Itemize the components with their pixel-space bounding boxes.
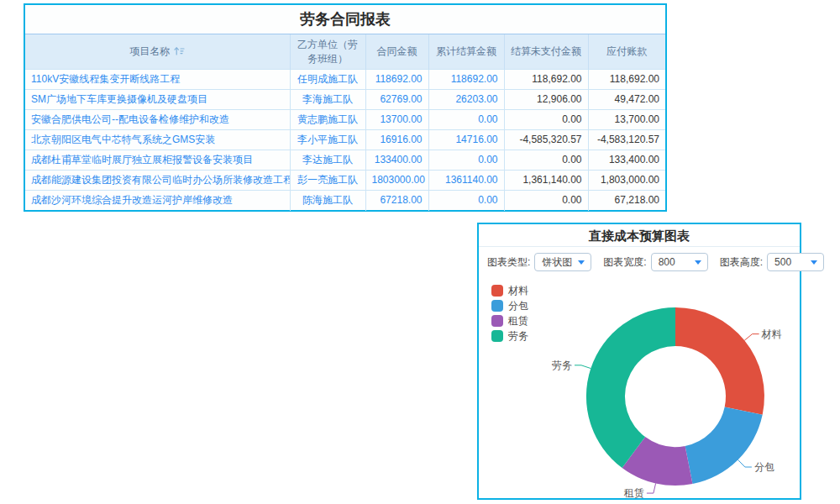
cell-payable-amount: 118,692.00 — [588, 70, 665, 90]
pie-slice-labor[interactable] — [586, 307, 675, 468]
column-header-label: 累计结算金额 — [436, 45, 496, 57]
legend-swatch — [491, 330, 503, 342]
cell-contract-amount: 1803000.00 — [365, 171, 428, 191]
column-header-label: 结算未支付金额 — [511, 45, 581, 57]
table-row: 北京朝阳区电气中芯特气系统之GMS安装李小平施工队16916.0014716.0… — [25, 130, 665, 150]
chart-type-select[interactable]: 饼状图 — [534, 253, 591, 271]
chart-controls: 图表类型: 饼状图 图表宽度: 800 图表高度: 500 — [487, 252, 824, 272]
column-header-settled-amount: 累计结算金额 — [428, 34, 504, 70]
table-row: 成都沙河环境综合提升改造运河护岸维修改造陈海施工队67218.000.000.0… — [25, 191, 665, 211]
cell-contractor-team: 任明成施工队 — [290, 70, 365, 90]
legend-item-lease[interactable]: 租赁 — [491, 313, 528, 328]
cell-unpaid-settlement: 1,361,140.00 — [504, 171, 588, 191]
cell-contractor-team: 黄志鹏施工队 — [290, 110, 365, 130]
table-header-row: 项目名称乙方单位（劳务班组）合同金额累计结算金额结算未支付金额应付账款 — [25, 34, 665, 70]
column-header-contract-amount: 合同金额 — [365, 34, 428, 70]
direct-cost-chart-panel: 直接成本预算图表 图表类型: 饼状图 图表宽度: 800 图表高度: 500 材… — [477, 223, 801, 500]
cell-contract-amount: 118692.00 — [365, 70, 428, 90]
sort-icon[interactable] — [174, 46, 185, 55]
cell-contractor-team: 彭一亮施工队 — [290, 171, 365, 191]
cell-contract-amount: 133400.00 — [365, 150, 428, 171]
cell-unpaid-settlement: 0.00 — [504, 150, 588, 171]
column-header-project-name[interactable]: 项目名称 — [25, 34, 290, 70]
legend-label: 分包 — [508, 299, 528, 313]
chart-height-select[interactable]: 500 — [767, 253, 824, 271]
legend-swatch — [491, 315, 503, 327]
column-header-payable-amount: 应付账款 — [588, 34, 665, 70]
cell-settled-amount: 0.00 — [428, 110, 504, 130]
column-header-label: 应付账款 — [606, 45, 647, 57]
cell-project-name[interactable]: 成都杜甫草堂临时展厅独立展柜报警设备安装项目 — [25, 150, 290, 171]
chart-legend: 材料分包租赁劳务 — [491, 283, 528, 344]
legend-item-material[interactable]: 材料 — [491, 283, 528, 298]
report-title: 劳务合同报表 — [25, 5, 665, 34]
cell-contract-amount: 16916.00 — [365, 130, 428, 150]
cell-contractor-team: 陈海施工队 — [290, 191, 365, 211]
cell-project-name[interactable]: 成都能源建设集团投资有限公司临时办公场所装修改造工程EPC — [25, 171, 290, 191]
pie-label-material: 材料 — [761, 328, 782, 340]
column-header-contractor-team: 乙方单位（劳务班组） — [290, 34, 365, 70]
chevron-down-icon — [578, 260, 585, 265]
cell-unpaid-settlement: 118,692.00 — [504, 70, 588, 90]
pie-label-line — [738, 459, 752, 467]
chart-width-label: 图表宽度: — [603, 255, 646, 270]
table-row: 成都能源建设集团投资有限公司临时办公场所装修改造工程EPC彭一亮施工队18030… — [25, 171, 665, 191]
chart-width-value: 800 — [659, 256, 675, 268]
pie-label-labor: 劳务 — [552, 360, 572, 371]
column-header-unpaid-settlement: 结算未支付金额 — [504, 34, 588, 70]
labor-contract-report-panel: 劳务合同报表 项目名称乙方单位（劳务班组）合同金额累计结算金额结算未支付金额应付… — [24, 3, 667, 212]
cell-unpaid-settlement: 0.00 — [504, 110, 588, 130]
legend-swatch — [491, 285, 503, 297]
table-row: 成都杜甫草堂临时展厅独立展柜报警设备安装项目李达施工队133400.000.00… — [25, 150, 665, 171]
pie-label-subcontract: 分包 — [754, 461, 774, 473]
column-header-label: 合同金额 — [377, 45, 417, 57]
cell-unpaid-settlement: -4,585,320.57 — [504, 130, 588, 150]
cell-payable-amount: 67,218.00 — [588, 191, 665, 211]
cell-project-name[interactable]: 110kV安徽线程集变开断线路工程 — [25, 70, 290, 90]
cell-project-name[interactable]: 北京朝阳区电气中芯特气系统之GMS安装 — [25, 130, 290, 150]
cell-project-name[interactable]: 安徽合肥供电公司--配电设备检修维护和改造 — [25, 110, 290, 130]
cell-unpaid-settlement: 12,906.00 — [504, 90, 588, 110]
cell-contract-amount: 13700.00 — [365, 110, 428, 130]
cell-project-name[interactable]: SM广场地下车库更换摄像机及硬盘项目 — [25, 90, 290, 110]
chart-height-value: 500 — [774, 256, 791, 268]
pie-label-line — [575, 365, 591, 369]
table-row: SM广场地下车库更换摄像机及硬盘项目李海施工队62769.0026203.001… — [25, 90, 665, 110]
cell-settled-amount: 0.00 — [428, 150, 504, 171]
chevron-down-icon — [695, 260, 701, 265]
cell-settled-amount: 0.00 — [428, 191, 504, 211]
labor-contract-table: 项目名称乙方单位（劳务班组）合同金额累计结算金额结算未支付金额应付账款 110k… — [25, 34, 665, 211]
cell-settled-amount: 26203.00 — [428, 90, 504, 110]
cell-contractor-team: 李达施工队 — [290, 150, 365, 171]
chart-height-label: 图表高度: — [720, 255, 763, 270]
cell-project-name[interactable]: 成都沙河环境综合提升改造运河护岸维修改造 — [25, 191, 290, 211]
chart-type-label: 图表类型: — [487, 255, 530, 270]
table-row: 安徽合肥供电公司--配电设备检修维护和改造黄志鹏施工队13700.000.000… — [25, 110, 665, 130]
cell-payable-amount: 49,472.00 — [588, 90, 665, 110]
cell-payable-amount: 1,803,000.00 — [588, 171, 665, 191]
cell-contractor-team: 李小平施工队 — [290, 130, 365, 150]
legend-item-subcontract[interactable]: 分包 — [491, 298, 528, 313]
legend-label: 材料 — [508, 284, 528, 298]
column-header-label: 项目名称 — [129, 45, 170, 57]
pie-slice-subcontract[interactable] — [685, 407, 763, 484]
table-row: 110kV安徽线程集变开断线路工程任明成施工队118692.00118692.0… — [25, 70, 665, 90]
legend-label: 租赁 — [508, 314, 528, 328]
pie-label-lease: 租赁 — [623, 487, 644, 498]
cell-settled-amount: 1361140.00 — [428, 171, 504, 191]
cell-settled-amount: 118692.00 — [428, 70, 504, 90]
chevron-down-icon — [811, 260, 817, 265]
chart-width-select[interactable]: 800 — [651, 253, 708, 271]
legend-swatch — [491, 300, 503, 312]
chart-type-value: 饼状图 — [542, 255, 572, 270]
legend-item-labor[interactable]: 劳务 — [491, 328, 528, 344]
pie-slice-material[interactable] — [675, 307, 764, 415]
legend-label: 劳务 — [508, 329, 528, 344]
table-body: 110kV安徽线程集变开断线路工程任明成施工队118692.00118692.0… — [25, 70, 665, 211]
pie-label-line — [647, 483, 656, 493]
cell-contractor-team: 李海施工队 — [290, 90, 365, 110]
cell-payable-amount: -4,583,120.57 — [588, 130, 665, 150]
pie-label-line — [744, 334, 759, 341]
cell-payable-amount: 133,400.00 — [588, 150, 665, 171]
cell-settled-amount: 14716.00 — [428, 130, 504, 150]
